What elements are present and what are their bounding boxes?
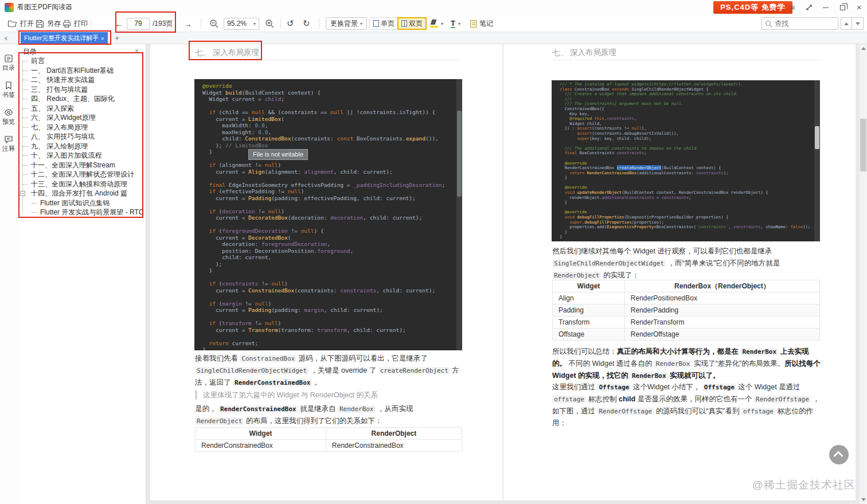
save-as-button[interactable]: 另存 [36, 15, 61, 32]
double-page-button[interactable]: 双页 [398, 18, 426, 29]
toc-item[interactable]: 七、 深入布局原理 [19, 123, 144, 132]
double-page-icon [401, 20, 407, 27]
change-background-button[interactable]: 更换背景 ▾ [326, 17, 367, 30]
toc-item[interactable]: 八、 实用技巧与填坑 [19, 132, 144, 142]
text-tool-button[interactable]: T ▾ [451, 15, 460, 32]
sidebar-item-annotations[interactable]: 注释 [0, 135, 17, 152]
collapse-icon[interactable]: − [20, 191, 25, 196]
single-page-button[interactable]: 单页 [370, 18, 398, 29]
toc-item[interactable]: 三、 打包与填坑篇 [19, 85, 144, 95]
table-row: RenderConstrainedBoxRenderConstrainedBox [196, 440, 462, 452]
sidebar-item-preview[interactable]: 预览 [0, 108, 17, 125]
folder-icon [7, 19, 17, 28]
toc-item[interactable]: 十一、全面深入理解Stream [19, 161, 144, 170]
scroll-to-top-button[interactable] [829, 445, 849, 464]
vertical-scrollbar[interactable] [860, 44, 867, 504]
table-cell: Align [553, 292, 625, 304]
promo-banner[interactable]: PS,C4D等 免费学 [713, 1, 792, 14]
table-cell: RenderConstrainedBox [196, 440, 326, 452]
sidebar-item-bookmarks[interactable]: 书签 [0, 81, 17, 98]
toc-item[interactable]: Flutter 面试知识点集锦 [19, 198, 144, 208]
toc-item[interactable]: 九、 深入绘制原理 [19, 142, 144, 151]
bookmark-icon [4, 81, 13, 90]
panel-close-icon[interactable]: × [135, 47, 139, 55]
fullscreen-icon[interactable] [803, 2, 815, 13]
paragraph: 所以我们可以总结：真正的布局和大小计算等行为，都是在 RenderBox 上去实… [552, 346, 821, 382]
document-tab[interactable]: Flutter完整开发实战详解手册.p × [21, 32, 108, 44]
undo-button[interactable]: ↺ [287, 15, 294, 32]
toc-item[interactable]: Flutter 开发实战与前景展望 - RTC Dev I [19, 208, 144, 217]
close-icon[interactable]: × [853, 2, 865, 13]
pdf-page-left: 七、 深入布局原理 @overrideWidget build(BuildCon… [150, 44, 502, 501]
prev-page-button[interactable]: ← [115, 15, 123, 32]
table-row: AlignRenderPositionedBox [553, 292, 820, 304]
toc-item-label: Flutter 面试知识点集锦 [40, 199, 110, 207]
table-row: PaddingRenderPadding [553, 304, 820, 317]
toc-item[interactable]: 十、 深入图片加载流程 [19, 151, 144, 161]
scroll-down-icon[interactable] [861, 498, 866, 501]
search-box[interactable] [761, 17, 838, 30]
zoom-in-button[interactable] [265, 15, 275, 32]
chevron-down-icon: ▾ [441, 21, 443, 26]
toc-item[interactable]: 十二、全面深入理解状态管理设计 [19, 170, 144, 179]
toc-icon [4, 54, 13, 63]
next-page-button[interactable]: → [183, 15, 192, 32]
toc-item-label: 十四、混合开发打包 Android 篇 [31, 189, 127, 197]
redo-icon: ↻ [303, 18, 310, 29]
new-tab-icon[interactable]: + [115, 33, 119, 42]
redo-button[interactable]: ↻ [303, 15, 310, 32]
restore-icon[interactable] [837, 2, 848, 13]
find-previous-button[interactable] [841, 17, 852, 30]
highlighter-icon [430, 19, 438, 28]
toc-item[interactable]: 十三、全面深入触摸和滑动原理 [19, 179, 144, 189]
note-icon [470, 20, 477, 28]
print-button[interactable]: 打印 [63, 15, 88, 32]
paragraph: 然后我们继续对其他每个 Widget 进行观察，可以看到它们也都是继承 Sing… [552, 245, 821, 282]
code-scrollbar [456, 79, 462, 350]
note-label: 笔记 [479, 19, 493, 29]
zoom-out-button[interactable] [209, 15, 219, 32]
toc-item[interactable]: 一、 Dart语言和Flutter基础 [19, 66, 144, 76]
pdf-page-right: 七、 深入布局原理 /// * The [catalog of layout w… [503, 44, 856, 501]
double-page-label: 双页 [409, 19, 423, 29]
printer-icon [63, 19, 71, 28]
open-button[interactable]: 打开 [7, 15, 34, 32]
toc-item[interactable]: 五、 深入探索 [19, 104, 144, 114]
table-row: OffstageRenderOffstage [553, 329, 820, 341]
relation-table: WidgetRenderObjectRenderConstrainedBoxRe… [195, 427, 462, 452]
toc-item[interactable]: −十四、混合开发打包 Android 篇 [19, 189, 144, 198]
scrollbar-thumb[interactable] [860, 119, 866, 171]
text-tool-icon: T [451, 19, 455, 28]
page-number-input[interactable] [127, 18, 150, 30]
search-input[interactable] [775, 19, 832, 28]
minimize-icon[interactable] [820, 2, 831, 13]
tab-close-icon[interactable]: × [101, 35, 104, 42]
toc-item-label: 二、 快速开发实战篇 [31, 76, 95, 84]
scroll-up-icon[interactable] [861, 47, 866, 50]
toc-item-label: 八、 实用技巧与填坑 [31, 132, 95, 140]
toc-item[interactable]: 前言 [19, 56, 144, 66]
table-row: TransformRenderTransform [553, 317, 820, 329]
note-button[interactable]: 笔记 [470, 15, 493, 32]
toc-item-label: 四、 Redux、主题、国际化 [31, 95, 115, 103]
toc-item[interactable]: 四、 Redux、主题、国际化 [19, 94, 144, 104]
arrow-right-icon: → [183, 19, 192, 29]
toc-item-label: 十、 深入图片加载流程 [31, 151, 101, 159]
toc-item-label: 十三、全面深入触摸和滑动原理 [31, 180, 127, 188]
section-heading: 七、 深入布局原理 [195, 48, 259, 58]
page-total-label: /193页 [153, 19, 173, 29]
highlighter-button[interactable]: ▾ [430, 15, 443, 32]
table-header-cell: Widget [196, 428, 326, 440]
zoom-level-select[interactable]: 95.2% ▾ [224, 18, 259, 30]
toc-item[interactable]: 二、 快速开发实战篇 [19, 75, 144, 85]
section-heading: 七、 深入布局原理 [552, 48, 616, 58]
chevron-down-icon: ▾ [253, 21, 256, 26]
sidebar-item-toc[interactable]: 目录 [0, 54, 17, 71]
table-header-cell: Widget [553, 280, 625, 292]
menu-icon[interactable]: ≡ [787, 2, 798, 13]
back-button[interactable]: ‹ [5, 33, 7, 42]
document-area: 七、 深入布局原理 @overrideWidget build(BuildCon… [146, 44, 867, 504]
toc-item-label: 七、 深入布局原理 [31, 123, 88, 131]
find-next-button[interactable] [852, 17, 864, 30]
toc-item[interactable]: 六、 深入Widget原理 [19, 113, 144, 123]
